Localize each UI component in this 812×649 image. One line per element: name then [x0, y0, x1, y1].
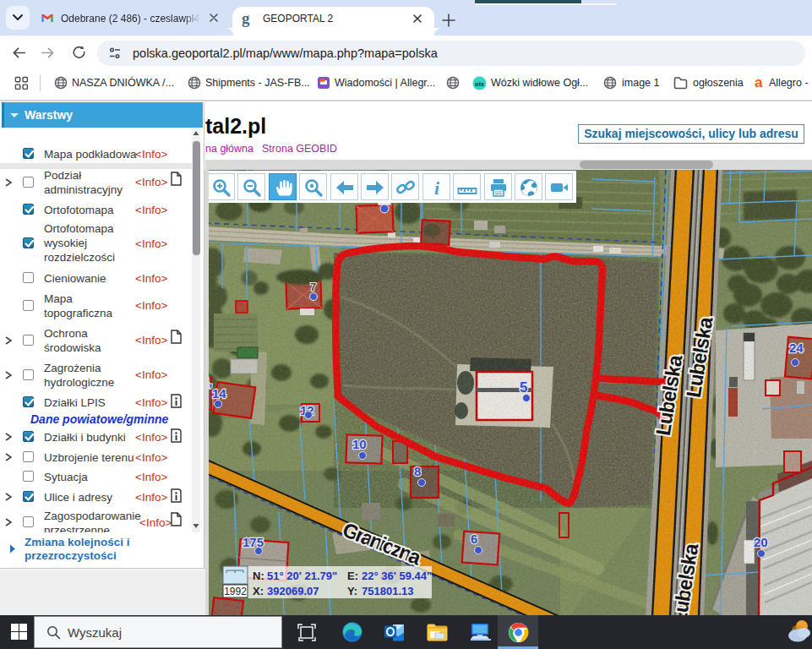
svg-text:1992: 1992: [224, 586, 247, 597]
svg-text:392069.07: 392069.07: [267, 585, 319, 597]
svg-text:i: i: [434, 177, 440, 199]
svg-text:51° 20' 21.79": 51° 20' 21.79": [267, 570, 337, 582]
svg-text:22° 36' 59.44": 22° 36' 59.44": [362, 570, 432, 582]
svg-text:olx: olx: [475, 80, 485, 88]
svg-text:751801.13: 751801.13: [362, 585, 413, 597]
svg-text:X:: X:: [253, 585, 264, 597]
svg-text:N:: N:: [253, 570, 264, 582]
svg-text:Y:: Y:: [347, 585, 357, 597]
svg-text:E:: E:: [347, 570, 358, 582]
